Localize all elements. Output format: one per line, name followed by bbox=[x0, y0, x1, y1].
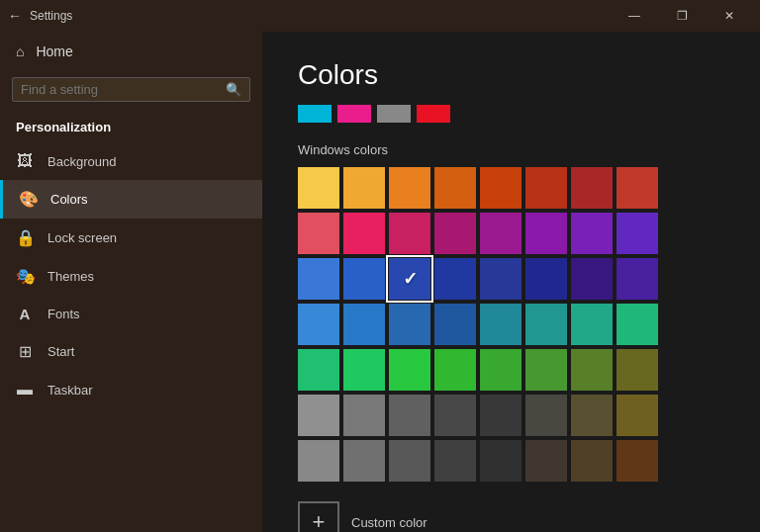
accent-swatch-3[interactable] bbox=[377, 105, 411, 123]
accent-swatch-4[interactable] bbox=[417, 105, 450, 123]
color-swatch-29[interactable] bbox=[525, 304, 567, 345]
sidebar-item-fonts[interactable]: A Fonts bbox=[0, 296, 262, 332]
color-swatch-27[interactable] bbox=[434, 304, 476, 345]
color-swatch-26[interactable] bbox=[389, 304, 430, 345]
color-swatch-46[interactable] bbox=[571, 395, 613, 436]
custom-color-box: + bbox=[298, 501, 339, 532]
sidebar-item-colors[interactable]: 🎨 Colors bbox=[0, 180, 262, 219]
color-swatch-15[interactable] bbox=[617, 213, 658, 254]
color-swatch-52[interactable] bbox=[480, 440, 522, 482]
color-swatch-19[interactable] bbox=[434, 258, 476, 300]
color-swatch-4[interactable] bbox=[480, 167, 522, 209]
color-swatch-24[interactable] bbox=[298, 304, 339, 345]
sidebar-item-start[interactable]: ⊞ Start bbox=[0, 332, 262, 371]
color-swatch-38[interactable] bbox=[571, 349, 613, 391]
color-swatch-5[interactable] bbox=[525, 167, 567, 209]
color-swatch-53[interactable] bbox=[525, 440, 567, 482]
sidebar-item-lock-screen[interactable]: 🔒 Lock screen bbox=[0, 219, 262, 257]
custom-color-label: Custom color bbox=[351, 515, 428, 530]
color-swatch-50[interactable] bbox=[389, 440, 430, 482]
sidebar-item-label: Taskbar bbox=[48, 383, 93, 398]
search-icon: 🔍 bbox=[226, 82, 241, 97]
color-swatch-18[interactable] bbox=[389, 258, 430, 300]
title-bar-title: Settings bbox=[30, 9, 72, 23]
color-swatch-31[interactable] bbox=[617, 304, 658, 345]
color-grid bbox=[298, 167, 724, 482]
custom-color-button[interactable]: + Custom color bbox=[298, 501, 724, 532]
sidebar-item-label: Themes bbox=[48, 269, 94, 284]
color-swatch-37[interactable] bbox=[525, 349, 567, 391]
sidebar-item-label: Background bbox=[48, 154, 116, 169]
color-swatch-9[interactable] bbox=[343, 213, 385, 254]
search-input[interactable] bbox=[21, 82, 226, 97]
title-bar-left: ← Settings bbox=[8, 8, 72, 24]
back-button[interactable]: ← bbox=[8, 8, 22, 24]
color-swatch-3[interactable] bbox=[434, 167, 476, 209]
sidebar: ⌂ Home 🔍 Personalization 🖼 Background 🎨 … bbox=[0, 32, 262, 532]
sidebar-item-themes[interactable]: 🎭 Themes bbox=[0, 257, 262, 296]
color-swatch-40[interactable] bbox=[298, 395, 339, 436]
search-box[interactable]: 🔍 bbox=[12, 77, 250, 102]
sidebar-section-title: Personalization bbox=[0, 112, 262, 142]
color-swatch-21[interactable] bbox=[525, 258, 567, 300]
color-swatch-6[interactable] bbox=[571, 167, 613, 209]
taskbar-icon: ▬ bbox=[16, 381, 34, 399]
maximize-button[interactable]: ❐ bbox=[659, 0, 705, 32]
close-button[interactable]: ✕ bbox=[707, 0, 752, 32]
color-swatch-22[interactable] bbox=[571, 258, 613, 300]
color-swatch-44[interactable] bbox=[480, 395, 522, 436]
accent-swatch-1[interactable] bbox=[298, 105, 332, 123]
color-swatch-47[interactable] bbox=[617, 395, 658, 436]
background-icon: 🖼 bbox=[16, 152, 34, 170]
color-swatch-28[interactable] bbox=[480, 304, 522, 345]
color-swatch-32[interactable] bbox=[298, 349, 339, 391]
color-swatch-54[interactable] bbox=[571, 440, 613, 482]
page-title: Colors bbox=[298, 59, 724, 91]
color-swatch-13[interactable] bbox=[525, 213, 567, 254]
color-swatch-49[interactable] bbox=[343, 440, 385, 482]
color-swatch-7[interactable] bbox=[617, 167, 658, 209]
colors-icon: 🎨 bbox=[19, 190, 37, 209]
sidebar-item-taskbar[interactable]: ▬ Taskbar bbox=[0, 371, 262, 408]
color-swatch-1[interactable] bbox=[343, 167, 385, 209]
color-swatch-17[interactable] bbox=[343, 258, 385, 300]
color-swatch-0[interactable] bbox=[298, 167, 339, 209]
sidebar-item-label: Fonts bbox=[48, 307, 80, 321]
color-swatch-51[interactable] bbox=[434, 440, 476, 482]
color-swatch-2[interactable] bbox=[389, 167, 430, 209]
accent-swatch-2[interactable] bbox=[337, 105, 371, 123]
sidebar-item-label: Colors bbox=[50, 192, 88, 207]
color-swatch-36[interactable] bbox=[480, 349, 522, 391]
themes-icon: 🎭 bbox=[16, 267, 34, 286]
sidebar-home[interactable]: ⌂ Home bbox=[0, 32, 262, 71]
sidebar-item-label: Start bbox=[48, 344, 74, 359]
color-swatch-42[interactable] bbox=[389, 395, 430, 436]
color-swatch-23[interactable] bbox=[617, 258, 658, 300]
color-swatch-48[interactable] bbox=[298, 440, 339, 482]
lock-icon: 🔒 bbox=[16, 228, 34, 247]
content-area: Colors Windows colors + Custom color Sho… bbox=[262, 32, 760, 532]
sidebar-item-label: Lock screen bbox=[48, 230, 117, 245]
home-icon: ⌂ bbox=[16, 44, 24, 59]
main-content: ⌂ Home 🔍 Personalization 🖼 Background 🎨 … bbox=[0, 32, 760, 532]
color-swatch-39[interactable] bbox=[617, 349, 658, 391]
color-swatch-34[interactable] bbox=[389, 349, 430, 391]
color-swatch-33[interactable] bbox=[343, 349, 385, 391]
color-swatch-45[interactable] bbox=[525, 395, 567, 436]
color-swatch-12[interactable] bbox=[480, 213, 522, 254]
minimize-button[interactable]: — bbox=[612, 0, 657, 32]
sidebar-item-background[interactable]: 🖼 Background bbox=[0, 142, 262, 180]
color-swatch-11[interactable] bbox=[434, 213, 476, 254]
color-swatch-14[interactable] bbox=[571, 213, 613, 254]
color-swatch-20[interactable] bbox=[480, 258, 522, 300]
color-swatch-55[interactable] bbox=[617, 440, 658, 482]
color-swatch-35[interactable] bbox=[434, 349, 476, 391]
color-swatch-43[interactable] bbox=[434, 395, 476, 436]
color-swatch-25[interactable] bbox=[343, 304, 385, 345]
color-swatch-8[interactable] bbox=[298, 213, 339, 254]
title-bar: ← Settings — ❐ ✕ bbox=[0, 0, 760, 32]
color-swatch-41[interactable] bbox=[343, 395, 385, 436]
color-swatch-30[interactable] bbox=[571, 304, 613, 345]
color-swatch-10[interactable] bbox=[389, 213, 430, 254]
color-swatch-16[interactable] bbox=[298, 258, 339, 300]
